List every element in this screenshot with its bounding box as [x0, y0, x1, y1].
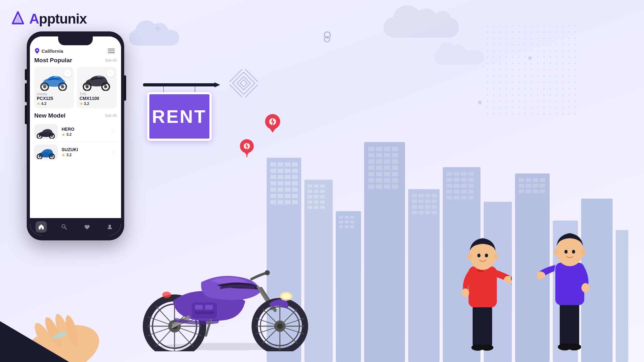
svg-line-178 [65, 228, 67, 229]
nav-profile-button[interactable] [104, 221, 115, 233]
svg-point-157 [61, 85, 64, 88]
svg-rect-201 [205, 305, 213, 310]
new-model-see-all[interactable]: See All [105, 113, 117, 118]
svg-point-169 [51, 135, 53, 137]
new-model-section: New Model See All [30, 108, 121, 162]
svg-point-244 [556, 237, 583, 266]
tvs-heart-button[interactable]: ♡ [107, 69, 114, 77]
nav-heart-button[interactable] [81, 221, 92, 233]
svg-point-223 [481, 344, 493, 351]
svg-rect-220 [473, 304, 483, 348]
svg-point-218 [162, 292, 171, 298]
bottom-nav [30, 218, 121, 235]
diamond-decoration [230, 69, 258, 99]
svg-rect-144 [240, 80, 247, 87]
phone-mockup: California Most Popular See All [27, 31, 130, 248]
rent-sign-container: RENT [143, 83, 215, 141]
map-pin-2 [264, 113, 281, 136]
hero-list-item[interactable]: HERO ★ 3.2 ♡ [34, 122, 117, 142]
svg-rect-143 [237, 77, 250, 90]
svg-point-243 [581, 283, 590, 293]
svg-rect-224 [469, 266, 497, 307]
svg-rect-200 [195, 305, 203, 310]
logo: Apptunix [9, 9, 87, 28]
svg-rect-202 [195, 311, 214, 314]
svg-rect-141 [230, 69, 258, 97]
svg-rect-238 [569, 301, 579, 348]
svg-point-245 [564, 250, 568, 254]
tvs-model: CMX1100 [80, 96, 114, 101]
svg-point-179 [108, 225, 111, 227]
hero-rating: ★ 3.2 [62, 132, 106, 137]
suzuki-heart-button[interactable]: ♡ [110, 148, 117, 156]
svg-point-235 [467, 253, 472, 260]
svg-rect-160 [42, 84, 47, 86]
svg-marker-152 [269, 127, 277, 133]
location-text: California [42, 48, 63, 54]
svg-point-215 [277, 323, 283, 329]
honda-brand: Honda [37, 92, 71, 96]
nav-search-button[interactable] [58, 221, 70, 233]
dot-decoration-3 [528, 57, 531, 60]
tvs-brand: TVS [80, 92, 114, 96]
svg-point-233 [477, 254, 480, 257]
nav-home-button[interactable] [36, 221, 47, 233]
svg-point-163 [104, 85, 107, 88]
rent-board: RENT [147, 92, 212, 141]
svg-rect-166 [85, 84, 89, 85]
svg-point-176 [39, 156, 41, 157]
svg-point-240 [567, 343, 581, 350]
person-receiving-keys [537, 194, 600, 353]
most-popular-see-all[interactable]: See All [105, 58, 117, 63]
svg-point-171 [39, 135, 41, 137]
logo-text: Apptunix [29, 11, 87, 27]
menu-button[interactable] [107, 47, 116, 54]
dot-decoration-2 [478, 101, 482, 104]
honda-rating: ★ 4.2 [37, 101, 71, 106]
hero-brand: HERO [62, 127, 106, 132]
suzuki-list-item[interactable]: SUZUKI ★ 3.2 ♡ [34, 142, 117, 162]
person-giving-keys [449, 200, 512, 353]
rent-text: RENT [152, 106, 207, 127]
cloud-left [129, 30, 179, 46]
svg-rect-237 [560, 301, 570, 348]
new-model-title: New Model [34, 112, 65, 119]
location-display: California [35, 48, 63, 54]
most-popular-title: Most Popular [34, 57, 72, 64]
suzuki-rating: ★ 3.2 [62, 153, 106, 157]
cloud-right [384, 17, 459, 38]
suzuki-brand: SUZUKI [62, 147, 106, 152]
popular-cards: ♡ [34, 67, 117, 108]
svg-point-231 [462, 288, 469, 297]
purple-motorcycle [126, 219, 330, 353]
svg-line-230 [511, 283, 512, 285]
honda-heart-button[interactable]: ♡ [64, 69, 71, 77]
phone-notch [58, 36, 93, 45]
honda-card[interactable]: ♡ [34, 67, 74, 108]
svg-rect-1 [487, 25, 581, 119]
svg-point-203 [265, 270, 270, 275]
svg-point-174 [51, 156, 53, 157]
phone-screen: California Most Popular See All [30, 36, 121, 235]
svg-rect-221 [482, 304, 492, 348]
svg-point-246 [572, 250, 575, 254]
svg-point-236 [493, 253, 498, 260]
svg-point-217 [282, 293, 291, 299]
logo-icon [9, 9, 27, 28]
location-pin-icon [35, 48, 39, 54]
svg-point-234 [485, 254, 488, 257]
map-pin-1 [239, 138, 255, 160]
dot-grid [487, 25, 581, 119]
cloud-small [434, 50, 484, 64]
hero-heart-button[interactable]: ♡ [110, 128, 117, 136]
svg-point-165 [86, 85, 89, 88]
svg-point-248 [581, 249, 586, 255]
svg-marker-148 [243, 150, 251, 156]
svg-point-247 [554, 249, 559, 255]
tvs-card[interactable]: ♡ [77, 67, 117, 108]
dot-decoration-1 [324, 36, 330, 42]
hand-holding-phone [0, 261, 119, 362]
most-popular-section: Most Popular See All ♡ [30, 57, 121, 108]
tvs-rating: ★ 3.2 [80, 101, 114, 106]
honda-model: PCX125 [37, 96, 71, 101]
